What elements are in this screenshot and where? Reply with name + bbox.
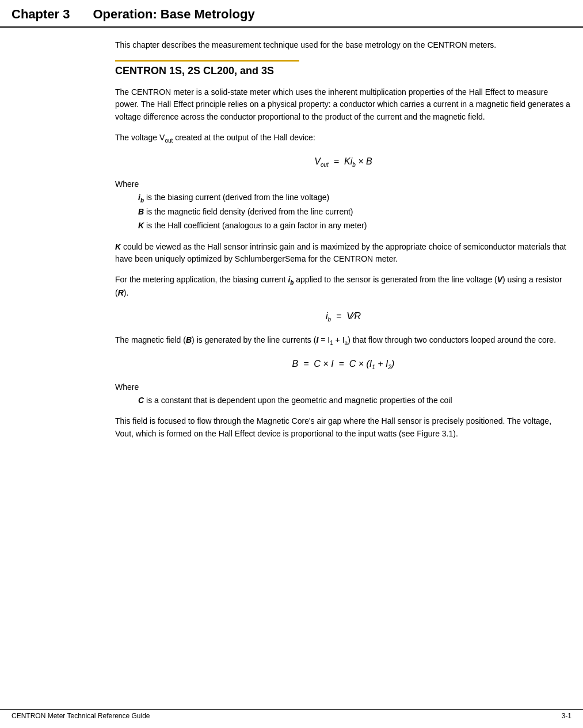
section1-heading-container: CENTRON 1S, 2S CL200, and 3S [115,60,571,77]
section1-heading: CENTRON 1S, 2S CL200, and 3S [115,65,571,77]
where-items1: ib is the biasing current (derived from … [115,191,571,232]
where-label2: Where [115,382,571,392]
where-item1: ib is the biasing current (derived from … [138,191,571,205]
where-item2: B is the magnetic field density (derived… [138,205,571,219]
formula3-block: B = C × I = C × (I1 + I2) [115,359,571,370]
chapter-label: Chapter 3 [12,7,70,22]
paragraph4: For the metering application, the biasin… [115,274,571,300]
chapter-title: Operation: Base Metrology [93,7,254,22]
where-item3-text: is the Hall coefficient (analogous to a … [144,221,367,230]
para5-suffix: ) is generated by the line currents ( [192,335,316,344]
para4-prefix: For the metering application, the biasin… [115,275,288,284]
where2-item1: C is a constant that is dependent upon t… [138,394,571,408]
paragraph1: The CENTRON meter is a solid-state meter… [115,86,571,124]
paragraph3: K could be viewed as the Hall sensor int… [115,241,571,266]
where-section2: Where C is a constant that is dependent … [115,382,571,408]
para5-suffix2: ) that flow through two conductors loope… [348,335,556,344]
where-item2-text: is the magnetic field density (derived f… [144,207,353,216]
formula1: Vout = Kib × B [314,156,372,166]
section-heading-rule [115,60,299,62]
paragraph2: The voltage Vout created at the output o… [115,132,571,145]
formula2: ib = V∕R [326,311,361,321]
formula1-block: Vout = Kib × B [115,156,571,168]
page-footer: CENTRON Meter Technical Reference Guide … [0,709,583,722]
paragraph5: The magnetic field (B) is generated by t… [115,334,571,347]
page: Chapter 3 Operation: Base Metrology This… [0,0,583,728]
para3-text: could be viewed as the Hall sensor intri… [115,242,566,264]
where-label1: Where [115,179,571,189]
main-content: This chapter describes the measurement t… [0,28,583,460]
para4-suffix: applied to the sensor is generated from … [294,275,497,284]
formula2-block: ib = V∕R [115,311,571,323]
where-item1-text: is the biasing current (derived from the… [144,193,329,202]
para2-suffix: created at the output of the Hall device… [173,133,315,142]
para5-prefix: The magnetic field ( [115,335,186,344]
footer-left: CENTRON Meter Technical Reference Guide [12,712,150,720]
paragraph6: This field is focused to flow through th… [115,415,571,440]
para2-prefix: The voltage V [115,133,165,142]
para4-suffix3: ). [124,288,129,297]
para2-sub: out [165,133,173,142]
intro-paragraph: This chapter describes the measurement t… [115,39,571,52]
where-items2: C is a constant that is dependent upon t… [115,394,571,408]
chapter-header: Chapter 3 Operation: Base Metrology [0,0,583,28]
where-item3: K is the Hall coefficient (analogous to … [138,219,571,233]
formula3: B = C × I = C × (I1 + I2) [292,359,395,369]
where-section1: Where ib is the biasing current (derived… [115,179,571,232]
footer-right: 3-1 [562,712,571,720]
where2-item1-text: is a constant that is dependent upon the… [144,396,452,405]
